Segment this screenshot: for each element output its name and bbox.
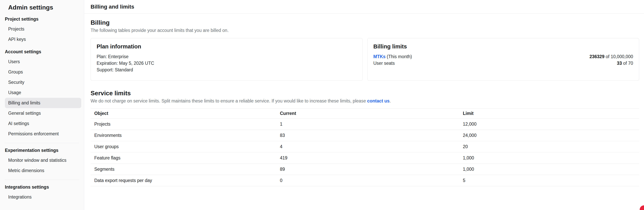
mtks-link[interactable]: MTKs <box>374 54 386 59</box>
plan-information-title: Plan information <box>96 43 356 50</box>
billing-heading: Billing <box>90 19 639 26</box>
table-cell: Projects <box>90 119 276 130</box>
service-limits-table: ObjectCurrentLimitProjects112,000Environ… <box>90 108 639 186</box>
admin-settings-page: Admin settings Project settingsProjectsA… <box>0 0 644 186</box>
description-text-before: We do not charge on service limits. Spli… <box>90 98 367 104</box>
table-cell: 1 <box>276 119 459 130</box>
service-limit-row-environments: Environments8324,000 <box>90 130 639 141</box>
table-cell: 12,000 <box>459 119 639 130</box>
sidebar-item-api-keys[interactable]: API keys <box>5 34 81 45</box>
sidebar-section-integrations-settings: Integrations settings <box>0 182 84 192</box>
content-area: Billing The following tables provide you… <box>84 14 644 186</box>
table-cell: User groups <box>90 141 276 152</box>
sidebar-item-monitor-window-and-statistics[interactable]: Monitor window and statistics <box>5 155 81 165</box>
billing-cards: Plan information Plan: EnterpriseExpirat… <box>90 38 639 81</box>
sidebar-item-billing-and-limits[interactable]: Billing and limits <box>5 98 81 108</box>
service-limits-heading: Service limits <box>90 90 639 97</box>
billing-limits-title: Billing limits <box>374 43 633 50</box>
table-cell: Segments <box>90 164 276 175</box>
sidebar-item-metric-dimensions[interactable]: Metric dimensions <box>5 165 81 176</box>
sidebar-title: Admin settings <box>0 0 84 12</box>
plan-info-line: Support: Standard <box>96 67 356 73</box>
column-header-current: Current <box>276 108 459 118</box>
plan-information-lines: Plan: EnterpriseExpiration: May 5, 2026 … <box>96 53 356 73</box>
billing-section: Billing The following tables provide you… <box>90 19 639 81</box>
sidebar-divider <box>5 180 79 180</box>
sidebar-item-general-settings[interactable]: General settings <box>5 108 81 118</box>
table-cell: 24,000 <box>459 130 639 141</box>
chat-widget-button[interactable] <box>640 205 644 210</box>
table-cell: 4 <box>276 141 459 152</box>
sidebar-section-account-settings: Account settings <box>0 47 84 57</box>
billing-limit-value: 33 of 70 <box>617 60 633 67</box>
sidebar: Admin settings Project settingsProjectsA… <box>0 0 84 210</box>
sidebar-item-groups[interactable]: Groups <box>5 67 81 77</box>
table-cell: 1,000 <box>459 152 639 164</box>
service-limit-row-user-groups: User groups420 <box>90 141 639 152</box>
column-header-limit: Limit <box>459 108 639 118</box>
table-cell: Feature flags <box>90 152 276 164</box>
sidebar-item-users[interactable]: Users <box>5 57 81 67</box>
sidebar-item-integrations[interactable]: Integrations <box>5 192 81 202</box>
billing-limit-row: MTKs (This month)236329 of 10,000,000 <box>374 53 633 60</box>
billing-limit-label: MTKs (This month) <box>374 53 412 60</box>
main-content: Billing and limits Billing The following… <box>84 0 644 186</box>
service-limit-row-projects: Projects112,000 <box>90 119 639 130</box>
contact-us-link[interactable]: contact us <box>367 98 390 104</box>
table-cell: 89 <box>276 164 459 175</box>
table-cell: 83 <box>276 130 459 141</box>
description-text-after: . <box>390 98 391 104</box>
billing-limit-label: User seats <box>374 60 395 67</box>
page-title: Billing and limits <box>90 4 134 10</box>
plan-info-line: Expiration: May 5, 2026 UTC <box>96 60 356 67</box>
billing-limits-rows: MTKs (This month)236329 of 10,000,000Use… <box>374 53 633 67</box>
service-limit-row-segments: Segments891,000 <box>90 164 639 175</box>
sidebar-divider <box>5 143 79 143</box>
service-limit-row-feature-flags: Feature flags4191,000 <box>90 152 639 164</box>
plan-info-line: Plan: Enterprise <box>96 53 356 60</box>
table-cell: 0 <box>276 175 459 186</box>
service-limits-header-row: ObjectCurrentLimit <box>90 108 639 119</box>
billing-subtitle: The following tables provide your accoun… <box>90 28 639 33</box>
sidebar-nav: Project settingsProjectsAPI keysAccount … <box>0 14 84 202</box>
sidebar-item-projects[interactable]: Projects <box>5 24 81 34</box>
sidebar-item-permissions-enforcement[interactable]: Permissions enforcement <box>5 129 81 139</box>
billing-limit-row: User seats33 of 70 <box>374 60 633 67</box>
service-limits-section: Service limits We do not charge on servi… <box>90 90 639 186</box>
billing-limit-value: 236329 of 10,000,000 <box>590 53 633 60</box>
table-cell: Data export requests per day <box>90 175 276 186</box>
sidebar-section-experimentation-settings: Experimentation settings <box>0 145 84 155</box>
table-cell: 1,000 <box>459 164 639 175</box>
table-cell: 419 <box>276 152 459 164</box>
column-header-object: Object <box>90 108 276 118</box>
page-header: Billing and limits <box>84 0 644 14</box>
table-cell: Environments <box>90 130 276 141</box>
service-limits-description: We do not charge on service limits. Spli… <box>90 98 639 104</box>
sidebar-item-ai-settings[interactable]: AI settings <box>5 118 81 129</box>
sidebar-item-usage[interactable]: Usage <box>5 88 81 98</box>
table-cell: 5 <box>459 175 639 186</box>
table-cell: 20 <box>459 141 639 152</box>
sidebar-item-security[interactable]: Security <box>5 77 81 88</box>
plan-information-card: Plan information Plan: EnterpriseExpirat… <box>90 38 362 81</box>
billing-limits-card: Billing limits MTKs (This month)236329 o… <box>368 38 639 81</box>
service-limit-row-data-export-requests-per-day: Data export requests per day05 <box>90 175 639 186</box>
sidebar-section-project-settings: Project settings <box>0 14 84 24</box>
